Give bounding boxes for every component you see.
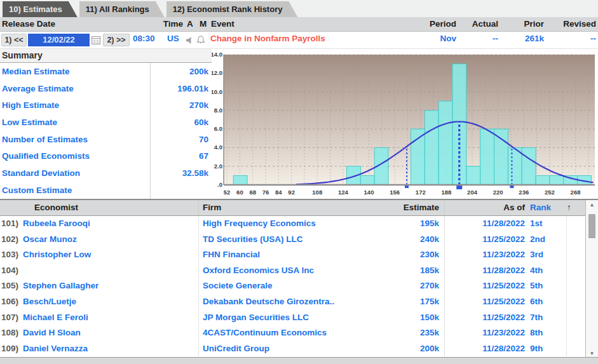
table-row[interactable]: 105) Stephen Gallagher Societe Generale … [0, 278, 598, 294]
col-alert-a: A [187, 19, 193, 29]
as-of-date: 11/28/2022 [445, 263, 527, 279]
as-of-date: 11/23/2022 [445, 325, 527, 341]
svg-text:14.0: 14.0 [212, 51, 222, 58]
rank-value: 2nd [527, 232, 567, 248]
summary-row-stddev: Standard Deviation 32.58k [0, 165, 212, 182]
release-time: 08:30 [133, 34, 155, 43]
economist-name-link[interactable]: Oscar Munoz [23, 232, 198, 248]
summary-row-average: Average Estimate 196.01k [0, 80, 212, 97]
actual-value: -- [493, 34, 498, 43]
header-rank-sort[interactable]: Rank [527, 200, 567, 215]
economist-name-link[interactable]: Daniel Vernazza [23, 341, 198, 357]
next-release-button[interactable]: 2) >> [103, 34, 130, 46]
summary-row-median: Median Estimate 200k [0, 63, 212, 80]
col-event: Event [211, 19, 234, 29]
scroll-down-icon[interactable]: ▼ [586, 351, 598, 356]
svg-text:140: 140 [364, 189, 374, 196]
firm-name-link[interactable]: Dekabank Deutsche Girozentra.. [198, 294, 377, 310]
economist-name-link[interactable]: David H Sloan [23, 325, 198, 341]
row-number: 103) [0, 247, 23, 263]
table-row[interactable]: 109) Daniel Vernazza UniCredit Group 200… [0, 341, 598, 357]
economist-name-link[interactable]: Besch/Luetje [23, 294, 198, 310]
svg-text:108: 108 [312, 189, 322, 196]
col-revised: Revised [563, 19, 596, 29]
tab-bar: 10) Estimates 11) All Rankings 12) Econo… [0, 0, 598, 17]
release-date-field[interactable]: 12/02/22 [28, 34, 90, 46]
rank-value: 9th [527, 341, 567, 357]
summary-value: 60k [151, 118, 212, 127]
header-firm: Firm [198, 200, 377, 215]
row-number: 109) [0, 341, 23, 357]
scroll-up-icon[interactable]: ▲ [586, 202, 598, 208]
col-prior: Prior [524, 19, 544, 29]
as-of-date: 11/28/2022 [445, 216, 527, 232]
rank-value: 4th [527, 263, 567, 279]
row-number: 107) [0, 310, 23, 326]
economist-name-link[interactable]: Stephen Gallagher [23, 278, 198, 294]
rank-value: 6th [527, 294, 567, 310]
economics-estimates-screen: 10) Estimates 11) All Rankings 12) Econo… [0, 0, 598, 364]
summary-title: Summary [0, 49, 212, 63]
table-scrollbar[interactable]: ▲ ▼ [585, 200, 598, 358]
table-row[interactable]: 107) Michael E Feroli JP Morgan Securiti… [0, 310, 598, 326]
economist-name-link[interactable] [23, 263, 198, 279]
firm-name-link[interactable]: High Frequency Economics [198, 216, 377, 232]
table-row[interactable]: 102) Oscar Munoz TD Securities (USA) LLC… [0, 232, 598, 248]
summary-label: Average Estimate [0, 80, 151, 97]
calendar-icon[interactable] [92, 36, 100, 46]
tab-all-rankings[interactable]: 11) All Rankings [79, 1, 165, 17]
svg-text:52: 52 [224, 189, 231, 196]
summary-value: 67 [151, 151, 212, 161]
firm-name-link[interactable]: UniCredit Group [198, 341, 377, 357]
rank-value: 5th [527, 278, 567, 294]
table-row[interactable]: 101) Rubeela Farooqi High Frequency Econ… [0, 216, 598, 232]
header-spacer [0, 200, 23, 215]
table-row[interactable]: 106) Besch/Luetje Dekabank Deutsche Giro… [0, 294, 598, 310]
firm-name-link[interactable]: Societe Generale [198, 278, 377, 294]
summary-rows: Median Estimate 200k Average Estimate 19… [0, 63, 212, 199]
firm-name-link[interactable]: Oxford Economics USA Inc [198, 263, 377, 279]
header-estimate: Estimate [377, 200, 445, 215]
estimate-value: 175k [377, 294, 445, 310]
svg-text:12.0: 12.0 [212, 69, 222, 76]
bell-alert-icon[interactable] [196, 36, 205, 46]
row-number: 101) [0, 216, 23, 232]
summary-panel: Summary Median Estimate 200k Average Est… [0, 49, 212, 199]
svg-text:204: 204 [467, 189, 478, 196]
economist-table: Economist Firm Estimate As of Rank ↑ 101… [0, 199, 598, 357]
period-value: Nov [440, 34, 456, 43]
firm-name-link[interactable]: JP Morgan Securities LLC [198, 310, 377, 326]
event-name-link[interactable]: Change in Nonfarm Payrolls [210, 34, 325, 43]
estimate-histogram: .02.04.06.08.010.012.014.052606876849210… [212, 49, 598, 199]
audio-alert-icon[interactable] [186, 36, 194, 46]
tab-estimates[interactable]: 10) Estimates [3, 1, 78, 17]
firm-name-link[interactable]: 4CAST/Continuum Economics [198, 325, 377, 341]
economist-name-link[interactable]: Michael E Feroli [23, 310, 198, 326]
table-row[interactable]: 108) David H Sloan 4CAST/Continuum Econo… [0, 325, 598, 341]
as-of-date: 11/28/2022 [445, 341, 527, 357]
economist-name-link[interactable]: Christopher Low [23, 247, 198, 263]
svg-text:60: 60 [236, 189, 243, 196]
summary-label: Standard Deviation [0, 165, 151, 182]
table-row[interactable]: 104) Oxford Economics USA Inc 185k 11/28… [0, 263, 598, 279]
summary-value: 70 [151, 135, 212, 144]
svg-text:236: 236 [519, 189, 529, 196]
summary-row-count: Number of Estimates 70 [0, 131, 212, 148]
svg-text:156: 156 [390, 189, 400, 196]
economist-name-link[interactable]: Rubeela Farooqi [23, 216, 198, 232]
rank-value: 3rd [527, 247, 567, 263]
summary-row-low: Low Estimate 60k [0, 114, 212, 131]
firm-name-link[interactable]: FHN Financial [198, 247, 377, 263]
scrollbar-thumb[interactable] [588, 214, 595, 238]
svg-text:84: 84 [275, 189, 282, 196]
summary-label: Qualified Economists [0, 147, 151, 165]
svg-text:220: 220 [493, 189, 503, 196]
prev-release-button[interactable]: 1) << [1, 34, 27, 46]
sort-ascending-icon[interactable]: ↑ [567, 200, 585, 215]
svg-text:124: 124 [338, 189, 349, 196]
summary-label: Low Estimate [0, 114, 151, 131]
firm-name-link[interactable]: TD Securities (USA) LLC [198, 232, 377, 248]
row-number: 106) [0, 294, 23, 310]
tab-economist-rank-history[interactable]: 12) Economist Rank History [166, 1, 298, 17]
table-row[interactable]: 103) Christopher Low FHN Financial 230k … [0, 247, 598, 263]
